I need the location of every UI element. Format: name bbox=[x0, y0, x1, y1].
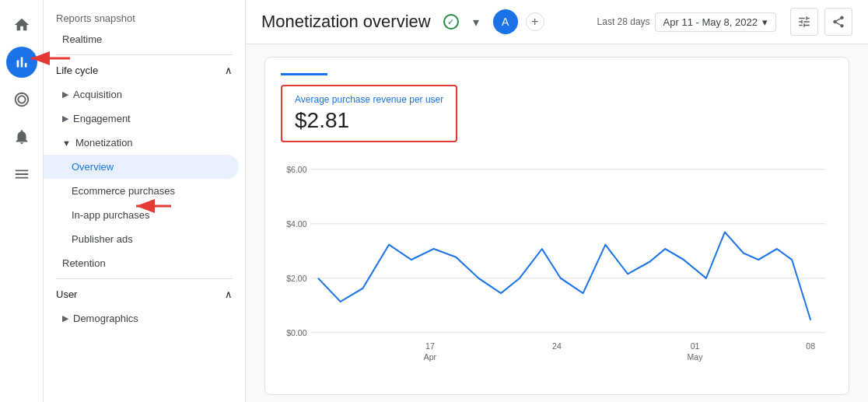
monetization-label: Monetization bbox=[75, 137, 133, 149]
date-range-picker[interactable]: Apr 11 - May 8, 2022 ▾ bbox=[655, 12, 776, 32]
metric-box: Average purchase revenue per user $2.81 bbox=[281, 85, 457, 142]
svg-text:$4.00: $4.00 bbox=[286, 219, 306, 229]
lifecycle-section[interactable]: Life cycle ∧ bbox=[44, 58, 245, 82]
sidebar-divider-1 bbox=[56, 54, 233, 55]
date-range-value: Apr 11 - May 8, 2022 bbox=[663, 16, 758, 28]
monetization-chevron-icon: ▼ bbox=[62, 138, 71, 148]
svg-text:24: 24 bbox=[552, 341, 562, 351]
acquisition-chevron-icon: ▶ bbox=[62, 89, 68, 100]
share-button[interactable] bbox=[824, 8, 852, 36]
svg-text:May: May bbox=[688, 352, 703, 362]
metric-label: Average purchase revenue per user bbox=[295, 94, 443, 105]
engagement-chevron-icon: ▶ bbox=[62, 114, 68, 124]
icon-bar bbox=[0, 0, 44, 402]
sidebar-item-realtime[interactable]: Realtime bbox=[44, 27, 239, 51]
acquisition-label: Acquisition bbox=[73, 89, 122, 100]
sidebar-item-overview[interactable]: Overview bbox=[44, 155, 239, 179]
sidebar-item-demographics[interactable]: ▶ Demographics bbox=[44, 306, 239, 330]
page-title: Monetization overview bbox=[261, 12, 431, 32]
svg-text:08: 08 bbox=[806, 341, 815, 351]
sidebar-item-publisher-ads[interactable]: Publisher ads bbox=[44, 227, 239, 251]
user-chevron-icon: ∧ bbox=[225, 288, 233, 300]
date-range-section: Last 28 days Apr 11 - May 8, 2022 ▾ bbox=[597, 12, 776, 32]
advertising-nav-item[interactable] bbox=[6, 121, 37, 152]
sidebar-divider-2 bbox=[56, 278, 233, 279]
chart-card: Average purchase revenue per user $2.81 … bbox=[264, 57, 849, 395]
avatar[interactable]: A bbox=[493, 9, 518, 34]
header-actions bbox=[790, 8, 852, 36]
sidebar: Reports snapshot Realtime Life cycle ∧ ▶… bbox=[44, 0, 246, 402]
lifecycle-label: Life cycle bbox=[56, 65, 98, 76]
chart-area: $6.00 $4.00 $2.00 $0.00 17 Apr 24 01 May… bbox=[281, 161, 833, 379]
check-circle-icon: ✓ bbox=[443, 14, 459, 30]
metric-value: $2.81 bbox=[295, 108, 443, 133]
reports-nav-item[interactable] bbox=[6, 47, 37, 78]
last-days-label: Last 28 days bbox=[597, 16, 650, 27]
sidebar-item-engagement[interactable]: ▶ Engagement bbox=[44, 107, 239, 131]
svg-text:$6.00: $6.00 bbox=[286, 165, 306, 175]
demographics-label: Demographics bbox=[73, 313, 138, 324]
page-header: Monetization overview ✓ ▾ A + Last 28 da… bbox=[246, 0, 868, 44]
title-dropdown-icon[interactable]: ▾ bbox=[467, 12, 485, 31]
svg-text:$0.00: $0.00 bbox=[286, 328, 306, 338]
retention-label: Retention bbox=[62, 257, 106, 269]
sidebar-item-monetization[interactable]: ▼ Monetization bbox=[44, 131, 239, 155]
sidebar-item-retention[interactable]: Retention bbox=[44, 251, 239, 275]
home-nav-item[interactable] bbox=[6, 9, 37, 40]
sidebar-item-inapp[interactable]: In-app purchases bbox=[44, 203, 239, 227]
demographics-chevron-icon: ▶ bbox=[62, 313, 68, 323]
customize-report-button[interactable] bbox=[790, 8, 818, 36]
main-content: Monetization overview ✓ ▾ A + Last 28 da… bbox=[246, 0, 868, 402]
line-chart: $6.00 $4.00 $2.00 $0.00 17 Apr 24 01 May… bbox=[281, 161, 833, 379]
svg-text:Apr: Apr bbox=[424, 352, 437, 362]
chart-tab-indicator bbox=[281, 73, 327, 75]
svg-text:$2.00: $2.00 bbox=[286, 274, 306, 284]
svg-text:01: 01 bbox=[691, 341, 700, 351]
explore-nav-item[interactable] bbox=[6, 84, 37, 115]
date-dropdown-icon: ▾ bbox=[762, 16, 768, 28]
add-comparison-button[interactable]: + bbox=[526, 12, 544, 31]
svg-text:17: 17 bbox=[425, 341, 435, 351]
configure-nav-item[interactable] bbox=[6, 159, 37, 190]
sidebar-item-ecommerce[interactable]: Ecommerce purchases bbox=[44, 179, 239, 203]
content-area: Average purchase revenue per user $2.81 … bbox=[246, 44, 868, 402]
user-section-label: User bbox=[56, 288, 77, 300]
lifecycle-chevron-icon: ∧ bbox=[225, 65, 233, 76]
sidebar-item-acquisition[interactable]: ▶ Acquisition bbox=[44, 82, 239, 107]
reports-snapshot-label[interactable]: Reports snapshot bbox=[44, 6, 245, 27]
engagement-label: Engagement bbox=[73, 113, 131, 124]
user-section[interactable]: User ∧ bbox=[44, 282, 245, 306]
status-indicator[interactable]: ✓ bbox=[443, 14, 459, 30]
